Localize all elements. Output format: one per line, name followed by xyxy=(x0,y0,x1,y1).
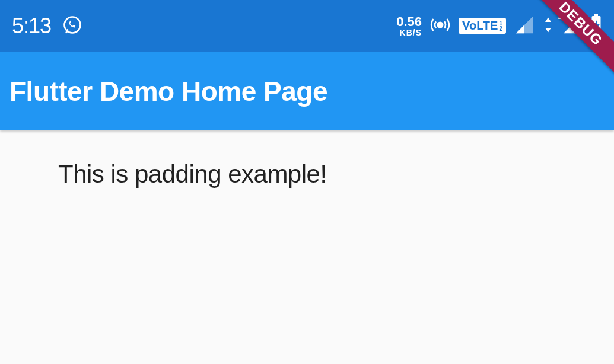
volte-badge: VoLTE 1 2 xyxy=(459,18,506,34)
clock-time: 5:13 xyxy=(12,14,51,39)
hotspot-icon xyxy=(430,15,450,37)
volte-half: 1 2 xyxy=(499,21,502,31)
app-bar: Flutter Demo Home Page xyxy=(0,52,614,130)
network-speed: 0.56 KB/S xyxy=(396,15,422,37)
svg-rect-2 xyxy=(594,14,598,16)
status-left: 5:13 xyxy=(12,14,83,39)
whatsapp-icon xyxy=(62,14,83,38)
speed-value: 0.56 xyxy=(396,15,422,28)
volte-label: VoLTE xyxy=(462,19,498,33)
status-bar: 5:13 0.56 KB/S VoLTE 1 2 xyxy=(0,0,614,52)
signal-1-icon xyxy=(514,15,535,37)
svg-point-1 xyxy=(438,22,443,27)
speed-unit: KB/S xyxy=(400,28,422,37)
body-content: This is padding example! xyxy=(0,130,614,189)
app-bar-title: Flutter Demo Home Page xyxy=(9,75,327,107)
padding-example-text: This is padding example! xyxy=(58,160,327,188)
data-activity-icon xyxy=(543,16,553,36)
